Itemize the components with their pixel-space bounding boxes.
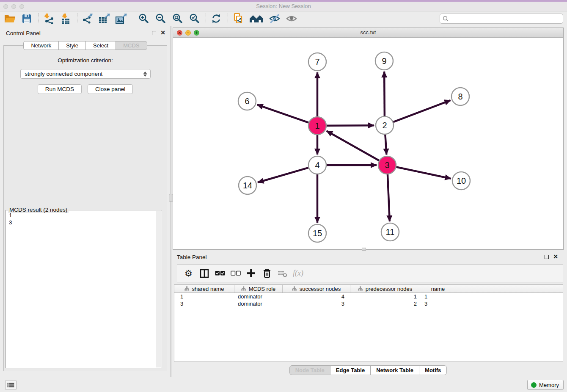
column-header-mcds-role[interactable]: MCDS role xyxy=(234,285,283,293)
network-canvas[interactable]: 7968124314101511 xyxy=(173,38,563,249)
run-mcds-button[interactable]: Run MCDS xyxy=(38,84,82,94)
zoom-window-icon[interactable]: + xyxy=(194,30,199,36)
close-window-icon[interactable]: ✕ xyxy=(177,30,182,36)
cell-predecessor-nodes: 2 xyxy=(350,301,420,307)
open-session-button[interactable] xyxy=(3,12,16,25)
sort-group-icon xyxy=(184,286,189,291)
horizontal-splitter-handle[interactable] xyxy=(362,248,366,251)
minimize-window-icon[interactable]: − xyxy=(185,30,191,36)
cell-mcds-role: dominator xyxy=(234,293,283,300)
column-header-label: name xyxy=(431,286,445,292)
import-table-icon xyxy=(60,13,71,24)
search-input[interactable] xyxy=(451,16,560,22)
tab-node-table[interactable]: Node Table xyxy=(289,365,330,375)
close-panel-button[interactable]: Close panel xyxy=(88,84,133,94)
tab-mcds[interactable]: MCDS xyxy=(116,41,147,50)
tab-edge-table[interactable]: Edge Table xyxy=(330,365,371,375)
criterion-select[interactable]: strongly connected component xyxy=(20,69,151,79)
zoom-out-button[interactable] xyxy=(154,12,167,25)
zoom-out-icon xyxy=(155,13,166,24)
select-all-button[interactable] xyxy=(212,271,228,276)
result-scrollbar[interactable] xyxy=(156,211,161,367)
toggle-column-pane-button[interactable] xyxy=(196,269,212,278)
task-history-button[interactable] xyxy=(5,381,17,389)
node-table: shared nameMCDS rolesuccessor nodesprede… xyxy=(174,284,563,362)
import-network-button[interactable] xyxy=(42,12,55,25)
graph-node-label-2: 2 xyxy=(382,121,387,130)
graph-node-label-7: 7 xyxy=(315,57,319,66)
memory-button[interactable]: Memory xyxy=(527,380,564,390)
graph-edge-4-14[interactable] xyxy=(258,168,308,182)
table-panel-tabs: Node TableEdge TableNetwork TableMotifs xyxy=(173,365,564,375)
hide-selected-button[interactable] xyxy=(268,12,281,25)
home-views-button[interactable] xyxy=(249,12,264,25)
graph-edge-2-9[interactable] xyxy=(384,72,385,116)
tab-select[interactable]: Select xyxy=(85,41,116,50)
tab-network[interactable]: Network xyxy=(23,41,59,50)
hide-selected-icon xyxy=(269,14,281,24)
table-panel-title: Table Panel xyxy=(177,254,207,260)
export-network-icon xyxy=(82,13,94,24)
node-table-body: 1dominator4113dominator323 xyxy=(174,293,563,307)
mcds-result-item[interactable]: 1 xyxy=(9,212,154,219)
cell-name: 3 xyxy=(420,301,456,307)
app-close-icon[interactable] xyxy=(3,4,8,9)
deselect-all-button[interactable] xyxy=(228,271,243,276)
show-all-button[interactable] xyxy=(285,12,298,25)
zoom-selected-button[interactable] xyxy=(188,12,201,25)
column-header-shared-name[interactable]: shared name xyxy=(174,285,234,293)
app-minimize-icon[interactable] xyxy=(11,4,16,9)
select-chevrons-icon xyxy=(143,72,147,77)
search-box[interactable] xyxy=(440,14,563,24)
network-window-titlebar[interactable]: ✕−+ scc.txt xyxy=(173,28,563,38)
task-list-icon xyxy=(7,382,14,388)
graph-node-label-1: 1 xyxy=(315,121,319,130)
first-neighbors-button[interactable] xyxy=(232,12,245,25)
delete-table-button[interactable] xyxy=(275,269,290,278)
export-network-button[interactable] xyxy=(81,12,94,25)
control-panel-tabs: NetworkStyleSelectMCDS xyxy=(0,41,171,50)
column-header-predecessor-nodes[interactable]: predecessor nodes xyxy=(350,285,420,293)
app-zoom-icon[interactable] xyxy=(19,4,24,9)
import-table-button[interactable] xyxy=(59,12,72,25)
delete-row-button[interactable] xyxy=(259,268,275,278)
open-session-icon xyxy=(4,14,16,24)
graph-edge-3-10[interactable] xyxy=(396,167,451,179)
settings-gear-button[interactable]: ⚙ xyxy=(181,269,196,278)
graph-edge-3-1[interactable] xyxy=(327,131,379,160)
column-header-successor-nodes[interactable]: successor nodes xyxy=(283,285,350,293)
save-session-icon xyxy=(22,14,32,24)
float-panel-icon[interactable] xyxy=(152,31,156,35)
function-builder-button[interactable]: f(x) xyxy=(290,269,306,278)
export-table-button[interactable] xyxy=(98,12,111,25)
float-table-panel-icon[interactable] xyxy=(545,255,549,259)
zoom-fit-button[interactable] xyxy=(171,12,184,25)
graph-edge-1-2[interactable] xyxy=(327,125,374,126)
graph-edge-3-11[interactable] xyxy=(388,174,390,221)
cell-successor-nodes: 3 xyxy=(283,301,350,307)
save-session-button[interactable] xyxy=(20,12,33,25)
table-row[interactable]: 3dominator323 xyxy=(174,300,563,307)
tab-style[interactable]: Style xyxy=(58,41,86,50)
column-header-name[interactable]: name xyxy=(420,285,456,293)
toolbar-separator xyxy=(206,13,206,24)
graph-edge-2-3[interactable] xyxy=(385,135,386,155)
vertical-splitter[interactable] xyxy=(171,26,171,377)
table-row[interactable]: 1dominator411 xyxy=(174,293,563,300)
add-row-button[interactable] xyxy=(243,269,259,278)
mcds-result-group: MCDS result (2 nodes) 13 xyxy=(6,210,162,368)
refresh-view-button[interactable] xyxy=(210,12,223,25)
graph-edge-1-6[interactable] xyxy=(257,105,309,122)
close-panel-icon[interactable]: ✕ xyxy=(160,30,165,35)
graph-node-label-15: 15 xyxy=(313,229,322,238)
vertical-splitter-handle[interactable] xyxy=(169,194,173,202)
graph-edge-2-8[interactable] xyxy=(394,100,451,122)
close-table-panel-icon[interactable]: ✕ xyxy=(553,254,558,259)
tab-motifs[interactable]: Motifs xyxy=(419,365,447,375)
zoom-in-button[interactable] xyxy=(137,12,150,25)
export-image-button[interactable] xyxy=(115,12,128,25)
mcds-result-item[interactable]: 3 xyxy=(9,219,154,226)
column-header-label: successor nodes xyxy=(300,286,341,292)
optimization-criterion-label: Optimization criterion: xyxy=(4,57,167,63)
tab-network-table[interactable]: Network Table xyxy=(370,365,419,375)
